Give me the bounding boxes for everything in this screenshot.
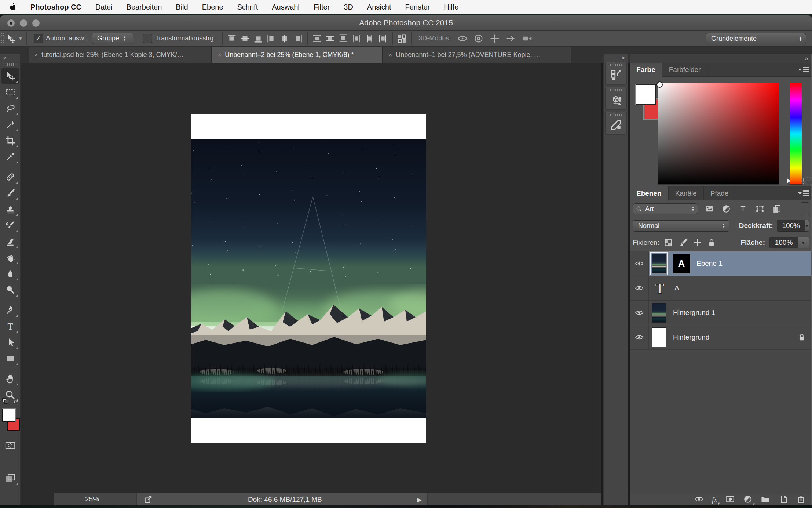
layer-visibility-toggle[interactable] [630,251,649,276]
distribute-vertical-centers-icon[interactable] [325,33,336,44]
menu-item-fenster[interactable]: Fenster [405,3,430,11]
show-transform-controls-checkbox[interactable] [143,34,152,43]
default-colors-icon[interactable] [2,398,9,404]
color-field-marker[interactable] [656,81,663,88]
menu-item-auswahl[interactable]: Auswahl [272,3,300,11]
workspace-switcher-dropdown[interactable]: Grundelemente ▲▼ [706,33,806,44]
distribute-right-edges-icon[interactable] [377,33,388,44]
layer-filter-toggle[interactable] [801,202,809,215]
layer-row-a[interactable]: TA [630,276,812,301]
panel-tab-farbe[interactable]: Farbe [630,63,662,77]
crop-tool[interactable] [1,133,19,149]
layers-panel-menu-icon[interactable] [798,190,809,197]
layer-mask-thumbnail[interactable]: A [673,254,690,273]
fill-field[interactable]: 100%▼ [769,237,809,248]
hand-tool[interactable] [1,371,19,387]
apple-menu-icon[interactable] [10,3,17,11]
tool-preset-caret-icon[interactable]: ▼ [18,36,23,41]
menu-item-schrift[interactable]: Schrift [237,3,258,11]
filter-shape-layers-icon[interactable] [754,203,766,214]
brush-tool[interactable] [1,185,19,201]
new-layer-button[interactable] [778,494,789,505]
auto-select-checkbox[interactable]: ✓ [34,34,43,43]
lock-position-icon[interactable] [693,237,702,248]
distribute-horizontal-centers-icon[interactable] [364,33,375,44]
link-layers-button[interactable] [694,494,705,505]
paint-bucket-tool[interactable] [1,250,19,266]
properties-panel-button[interactable] [605,112,627,135]
share-document-icon[interactable] [144,495,153,504]
delete-layer-button[interactable] [796,494,806,505]
clone-stamp-tool[interactable] [1,201,19,217]
collapse-dock-chevron-icon[interactable]: « [621,54,625,62]
menu-item-hilfe[interactable]: Hilfe [444,3,458,11]
align-right-edges-icon[interactable] [292,33,303,44]
panel-tab-kan-le[interactable]: Kanäle [669,186,704,200]
layer-style-button[interactable]: fx▼ [712,496,717,505]
pan-3d-camera-icon[interactable] [490,33,500,44]
eraser-tool[interactable] [1,233,19,250]
spot-healing-brush-tool[interactable] [1,169,19,185]
layer-visibility-toggle[interactable] [630,325,649,349]
panel-tab-ebenen[interactable]: Ebenen [630,186,669,200]
pen-tool[interactable] [1,302,19,318]
color-panel-menu-icon[interactable] [798,66,809,73]
layer-thumbnail[interactable] [652,327,666,347]
expand-dock-chevron-icon[interactable]: » [805,55,808,62]
magic-wand-tool[interactable] [1,116,19,133]
panel-tab-farbfelder[interactable]: Farbfelder [662,63,708,77]
screen-mode-button[interactable] [1,470,19,486]
distribute-left-edges-icon[interactable] [351,33,362,44]
rectangular-marquee-tool[interactable] [1,84,19,100]
align-left-edges-icon[interactable] [266,33,277,44]
blend-mode-dropdown[interactable]: Normal ▲▼ [633,220,729,232]
layer-row-ebene-1[interactable]: AEbene 1 [630,251,812,276]
roll-3d-camera-icon[interactable] [473,33,484,44]
layer-row-hintergrund-1[interactable]: Hintergrund 1 [630,301,812,325]
filter-type-layers-icon[interactable]: T [737,203,749,214]
tools-panel-header[interactable]: » [0,54,21,62]
zoom-level-field[interactable]: 25% [85,495,99,503]
hue-marker-icon[interactable] [787,179,790,183]
blur-tool[interactable] [1,266,19,282]
filter-smart-objects-icon[interactable] [771,203,783,214]
saturation-brightness-field[interactable] [658,83,779,185]
panel-resize-grip[interactable] [802,177,811,185]
history-brush-tool[interactable] [1,217,19,233]
auto-select-target-dropdown[interactable]: Gruppe ▲▼ [92,33,133,44]
new-adjustment-layer-button[interactable]: ▼ [743,494,753,505]
align-vertical-centers-icon[interactable] [239,33,250,44]
hue-ramp[interactable] [790,83,802,185]
layer-thumbnail[interactable] [652,303,666,323]
document-tab-2[interactable]: ×Unbenannt–2 bei 25% (Ebene 1, CMYK/8) * [212,47,383,63]
align-bottom-edges-icon[interactable] [253,33,264,44]
add-layer-mask-button[interactable] [725,494,736,505]
layer-thumbnail[interactable] [652,254,666,273]
menu-item-filter[interactable]: Filter [314,3,330,11]
menu-item-3d[interactable]: 3D [344,3,353,11]
menu-item-bearbeiten[interactable]: Bearbeiten [127,3,162,11]
layer-filter-type-dropdown[interactable]: Art ▲▼ [633,203,698,214]
menu-item-ansicht[interactable]: Ansicht [367,3,391,11]
eyedropper-tool[interactable] [1,149,19,165]
menu-item-photoshop-cc[interactable]: Photoshop CC [30,3,81,11]
document-tab-1[interactable]: ×tutorial.psd bei 25% (Ebene 1 Kopie 3, … [29,47,212,63]
text-layer-thumbnail[interactable]: T [652,279,668,298]
foreground-color-swatch[interactable] [636,84,656,105]
history-panel-button[interactable] [605,62,627,85]
tab-close-icon[interactable]: × [34,52,38,58]
rectangle-tool[interactable] [1,351,19,367]
current-tool-move-icon[interactable] [4,33,18,44]
lock-transparency-icon[interactable] [664,237,673,248]
lasso-tool[interactable] [1,100,19,116]
type-tool[interactable]: T [1,318,19,334]
align-top-edges-icon[interactable] [226,33,237,44]
dodge-tool[interactable] [1,282,19,298]
quick-mask-mode-button[interactable] [1,437,19,453]
layer-visibility-toggle[interactable] [630,276,649,300]
threed-panel-button[interactable] [605,87,627,110]
orbit-3d-camera-icon[interactable] [457,33,468,44]
filter-pixel-layers-icon[interactable] [703,203,716,214]
panel-tab-pfade[interactable]: Pfade [704,186,736,200]
distribute-widths-icon[interactable] [396,33,407,44]
